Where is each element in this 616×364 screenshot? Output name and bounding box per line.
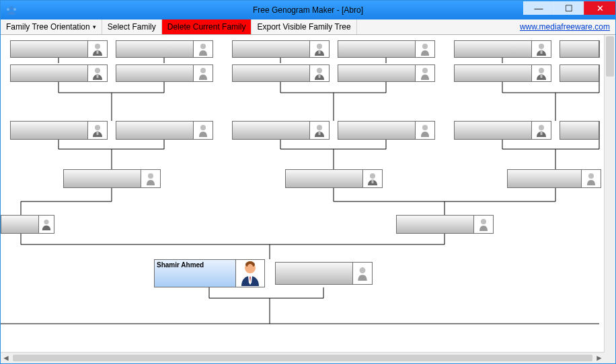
svg-point-70: [539, 125, 544, 130]
person-node[interactable]: [1, 215, 54, 234]
person-name: [455, 122, 532, 139]
person-name: [11, 122, 88, 139]
person-name: [508, 170, 582, 187]
title-bar: Free Genogram Maker - [Abro] — ☐ ✕: [1, 1, 615, 19]
svg-point-0: [9, 6, 13, 10]
male-icon: [88, 41, 107, 57]
scroll-thumb[interactable]: [13, 355, 592, 361]
delete-family-button[interactable]: Delete Current Family: [162, 19, 252, 34]
person-name: [64, 170, 141, 187]
person-node[interactable]: [338, 121, 435, 140]
svg-point-50: [200, 44, 206, 49]
person-node[interactable]: [10, 64, 108, 82]
female-icon: [141, 170, 160, 187]
person-name: [116, 41, 194, 57]
window-controls: — ☐ ✕: [523, 1, 615, 19]
person-name: [233, 65, 310, 81]
tree-connectors: [1, 35, 605, 353]
svg-point-56: [95, 68, 100, 73]
person-node[interactable]: [338, 64, 435, 82]
chevron-down-icon: ▾: [93, 24, 96, 30]
website-link[interactable]: www.mediafreeware.com: [520, 22, 610, 32]
svg-point-64: [95, 125, 100, 130]
website-link-container: www.mediafreeware.com: [514, 19, 615, 34]
scroll-thumb[interactable]: [606, 36, 614, 77]
person-name: [455, 41, 532, 57]
person-node[interactable]: [63, 169, 161, 188]
app-window: Free Genogram Maker - [Abro] — ☐ ✕ Famil…: [0, 0, 616, 364]
maximize-button[interactable]: ☐: [553, 1, 584, 15]
person-node[interactable]: [454, 64, 551, 82]
person-name: [338, 122, 416, 139]
person-node[interactable]: [232, 40, 330, 58]
svg-rect-71: [541, 131, 543, 135]
svg-point-67: [317, 125, 322, 130]
person-name: [560, 122, 599, 139]
svg-point-1: [7, 8, 9, 11]
tree-canvas[interactable]: Shamir Ahmed: [1, 35, 605, 353]
female-icon: [416, 65, 434, 81]
svg-point-58: [200, 68, 206, 73]
male-icon: [532, 41, 551, 57]
export-tree-button[interactable]: Export Visible Family Tree: [252, 19, 356, 34]
scroll-corner: [605, 353, 615, 363]
person-name: [11, 65, 88, 81]
svg-rect-74: [372, 179, 374, 183]
person-name: [233, 41, 310, 57]
male-icon: [310, 65, 329, 81]
app-icon: [6, 5, 17, 15]
person-node[interactable]: [560, 64, 600, 82]
person-name: [1, 216, 39, 233]
person-node[interactable]: [454, 121, 551, 140]
female-icon: [416, 122, 434, 139]
person-node[interactable]: [116, 40, 213, 58]
person-name: [560, 65, 599, 81]
svg-point-62: [539, 68, 544, 73]
vertical-scrollbar[interactable]: [604, 35, 615, 353]
person-node[interactable]: [116, 121, 213, 140]
select-family-button[interactable]: Select Family: [102, 19, 162, 34]
person-node[interactable]: [232, 64, 330, 82]
person-name: [276, 263, 353, 284]
person-node[interactable]: [396, 215, 494, 234]
svg-point-48: [95, 44, 100, 49]
person-node[interactable]: [338, 40, 435, 58]
person-name: [11, 41, 88, 57]
person-name: [233, 122, 310, 139]
scroll-left-icon[interactable]: ◄: [1, 353, 11, 363]
svg-rect-60: [319, 74, 321, 78]
svg-point-54: [539, 44, 544, 49]
person-node[interactable]: [10, 121, 108, 140]
svg-rect-65: [97, 131, 99, 135]
person-node[interactable]: [560, 121, 600, 140]
svg-point-76: [44, 220, 48, 224]
male-icon: [310, 41, 329, 57]
scroll-right-icon[interactable]: ►: [594, 353, 605, 363]
svg-point-69: [422, 125, 428, 130]
person-node[interactable]: [116, 64, 213, 82]
svg-point-51: [317, 44, 322, 49]
person-name: [286, 170, 363, 187]
spouse-node[interactable]: [275, 262, 373, 285]
minimize-button[interactable]: —: [523, 1, 553, 15]
svg-point-72: [148, 173, 153, 179]
female-icon: [582, 170, 601, 187]
person-node[interactable]: [560, 40, 600, 58]
svg-rect-52: [319, 50, 321, 54]
horizontal-scrollbar[interactable]: ◄ ►: [1, 352, 605, 363]
male-icon: [532, 122, 551, 139]
person-node[interactable]: [507, 169, 601, 188]
person-name: [116, 122, 194, 139]
male-icon: [88, 122, 107, 139]
person-node[interactable]: [232, 121, 330, 140]
person-name: [338, 65, 416, 81]
person-node[interactable]: [10, 40, 108, 58]
person-node[interactable]: [285, 169, 383, 188]
person-node[interactable]: [454, 40, 551, 58]
home-person-node[interactable]: Shamir Ahmed: [154, 259, 265, 287]
orientation-dropdown[interactable]: Family Tree Orientation ▾: [1, 19, 102, 34]
male-icon: [88, 65, 107, 81]
close-button[interactable]: ✕: [584, 1, 615, 15]
female-icon: [474, 216, 493, 233]
female-icon: [194, 41, 213, 57]
